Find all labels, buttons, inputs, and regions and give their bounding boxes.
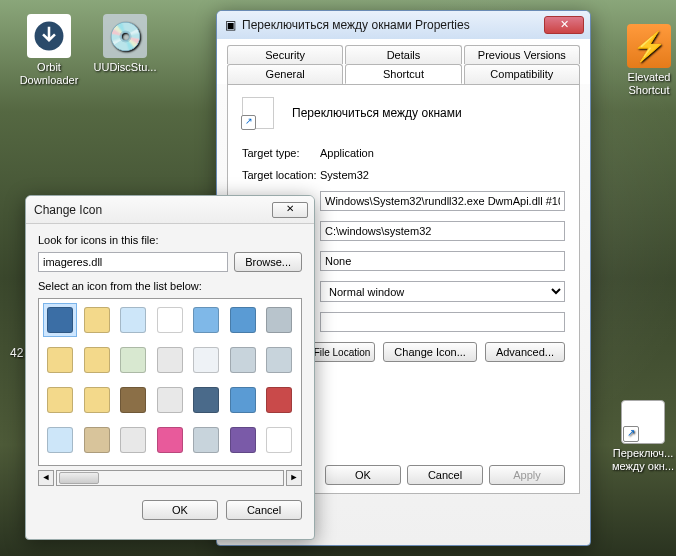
tab-details[interactable]: Details xyxy=(345,45,461,64)
scroll-right-arrow[interactable]: ► xyxy=(286,470,302,486)
value-target-type: Application xyxy=(320,147,374,159)
shortcut-name: Переключиться между окнами xyxy=(292,106,462,120)
label-target-location: Target location: xyxy=(242,169,320,181)
icon-cell[interactable] xyxy=(116,343,150,377)
ok-button[interactable]: OK xyxy=(325,465,401,485)
icon-cell[interactable] xyxy=(116,303,150,337)
icon-glyph xyxy=(47,347,73,373)
icon-list[interactable] xyxy=(38,298,302,466)
orbit-icon xyxy=(27,14,71,58)
icon-file-input[interactable] xyxy=(38,252,228,272)
desktop-icon-label: Elevated Shortcut xyxy=(614,71,676,97)
icon-cell[interactable] xyxy=(80,303,114,337)
icon-glyph xyxy=(84,307,110,333)
icon-cell[interactable] xyxy=(189,303,223,337)
icon-cell[interactable] xyxy=(226,303,260,337)
target-input[interactable] xyxy=(320,191,565,211)
advanced-button[interactable]: Advanced... xyxy=(485,342,565,362)
icon-glyph xyxy=(157,307,183,333)
icon-cell[interactable] xyxy=(153,303,187,337)
tab-security[interactable]: Security xyxy=(227,45,343,64)
desktop-icon-label: Переключ... между окн... xyxy=(608,447,676,473)
icon-cell[interactable] xyxy=(153,423,187,457)
scroll-thumb[interactable] xyxy=(59,472,99,484)
desktop-icon-elevated[interactable]: ⚡ Elevated Shortcut xyxy=(614,24,676,97)
tab-strip: Security Details Previous Versions Gener… xyxy=(217,39,590,84)
disc-icon: 💿 xyxy=(103,14,147,58)
shortcut-file-icon xyxy=(621,400,665,444)
horizontal-scrollbar[interactable]: ◄ ► xyxy=(38,470,302,486)
icon-glyph xyxy=(84,387,110,413)
run-select[interactable]: Normal window xyxy=(320,281,565,302)
icon-glyph xyxy=(157,427,183,453)
icon-cell[interactable] xyxy=(116,423,150,457)
comment-input[interactable] xyxy=(320,312,565,332)
look-for-icons-label: Look for icons in this file: xyxy=(38,234,302,246)
titlebar[interactable]: Change Icon ✕ xyxy=(26,196,314,224)
icon-cell[interactable] xyxy=(116,383,150,417)
value-target-location: System32 xyxy=(320,169,369,181)
icon-cell[interactable] xyxy=(262,383,296,417)
icon-glyph xyxy=(47,387,73,413)
shortcut-key-input[interactable] xyxy=(320,251,565,271)
icon-glyph xyxy=(47,307,73,333)
icon-glyph xyxy=(157,347,183,373)
icon-glyph xyxy=(230,307,256,333)
icon-cell[interactable] xyxy=(153,343,187,377)
icon-cell[interactable] xyxy=(80,383,114,417)
shortcut-large-icon xyxy=(242,97,274,129)
tab-general[interactable]: General xyxy=(227,64,343,84)
scroll-track[interactable] xyxy=(56,470,284,486)
window-title: Change Icon xyxy=(34,203,272,217)
icon-cell[interactable] xyxy=(189,343,223,377)
browse-button[interactable]: Browse... xyxy=(234,252,302,272)
cancel-button[interactable]: Cancel xyxy=(226,500,302,520)
desktop-badge: 42 xyxy=(10,346,23,360)
ok-button[interactable]: OK xyxy=(142,500,218,520)
desktop-icon-orbit[interactable]: Orbit Downloader xyxy=(14,14,84,87)
tab-previous-versions[interactable]: Previous Versions xyxy=(464,45,580,64)
icon-cell[interactable] xyxy=(226,343,260,377)
icon-glyph xyxy=(193,387,219,413)
cancel-button[interactable]: Cancel xyxy=(407,465,483,485)
icon-cell[interactable] xyxy=(153,383,187,417)
desktop-icon-label: UUDiscStu... xyxy=(90,61,160,74)
icon-cell[interactable] xyxy=(262,303,296,337)
icon-cell[interactable] xyxy=(189,423,223,457)
icon-glyph xyxy=(47,427,73,453)
icon-cell[interactable] xyxy=(43,343,77,377)
icon-glyph xyxy=(193,347,219,373)
icon-cell[interactable] xyxy=(262,423,296,457)
icon-cell[interactable] xyxy=(226,423,260,457)
label-target-type: Target type: xyxy=(242,147,320,159)
icon-glyph xyxy=(84,427,110,453)
icon-glyph xyxy=(230,387,256,413)
icon-cell[interactable] xyxy=(43,383,77,417)
icon-glyph xyxy=(157,387,183,413)
change-icon-button[interactable]: Change Icon... xyxy=(383,342,477,362)
icon-glyph xyxy=(266,307,292,333)
icon-glyph xyxy=(120,347,146,373)
icon-glyph xyxy=(266,427,292,453)
icon-cell[interactable] xyxy=(80,423,114,457)
titlebar[interactable]: ▣ Переключиться между окнами Properties … xyxy=(217,11,590,39)
close-button[interactable]: ✕ xyxy=(272,202,308,218)
icon-cell[interactable] xyxy=(80,343,114,377)
desktop-icon-switch-shortcut[interactable]: Переключ... между окн... xyxy=(608,400,676,473)
tab-compatibility[interactable]: Compatibility xyxy=(464,64,580,84)
desktop-icon-label: Orbit Downloader xyxy=(14,61,84,87)
start-in-input[interactable] xyxy=(320,221,565,241)
apply-button[interactable]: Apply xyxy=(489,465,565,485)
tab-shortcut[interactable]: Shortcut xyxy=(345,64,461,84)
icon-cell[interactable] xyxy=(43,303,77,337)
close-button[interactable]: ✕ xyxy=(544,16,584,34)
window-title: Переключиться между окнами Properties xyxy=(242,18,544,32)
change-icon-dialog: Change Icon ✕ Look for icons in this fil… xyxy=(25,195,315,540)
desktop-icon-uudisc[interactable]: 💿 UUDiscStu... xyxy=(90,14,160,74)
scroll-left-arrow[interactable]: ◄ xyxy=(38,470,54,486)
icon-cell[interactable] xyxy=(262,343,296,377)
icon-cell[interactable] xyxy=(189,383,223,417)
icon-cell[interactable] xyxy=(43,423,77,457)
icon-cell[interactable] xyxy=(226,383,260,417)
icon-glyph xyxy=(266,347,292,373)
